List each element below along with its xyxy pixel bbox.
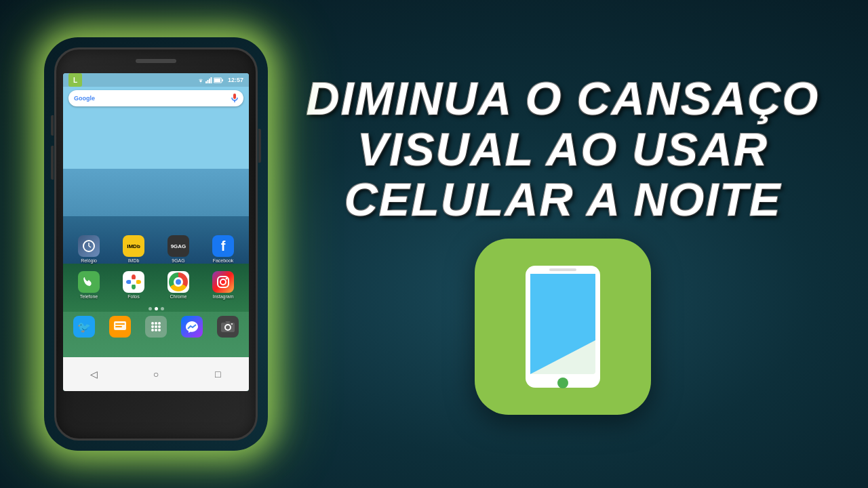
notification-indicator: L [68, 73, 82, 87]
svg-rect-7 [233, 94, 236, 99]
svg-point-32 [158, 329, 161, 331]
app-msg[interactable] [103, 316, 137, 339]
svg-point-14 [136, 280, 141, 284]
svg-point-28 [155, 325, 157, 328]
svg-point-35 [231, 323, 233, 325]
app-camera[interactable] [211, 316, 245, 339]
dot-2 [155, 307, 158, 310]
app-row-3: 🐦 [66, 316, 245, 339]
app-relogio-label: Relógio [81, 258, 97, 263]
app-row-1: Relógio IMDb IMDb 9GAG 9GA [66, 235, 245, 263]
headline-line2: VISUAL AO USAR [307, 124, 820, 175]
svg-point-24 [151, 322, 154, 325]
app-imdb[interactable]: IMDb IMDb [117, 235, 151, 263]
instagram-icon [216, 275, 230, 289]
phone-section: L [27, 14, 285, 474]
app-fotos-label: Fotos [127, 294, 140, 299]
svg-rect-1 [207, 80, 208, 83]
volume-down-button [51, 146, 54, 180]
google-logo: Google [74, 95, 231, 102]
recents-button[interactable]: □ [211, 367, 224, 381]
svg-point-13 [132, 274, 136, 280]
svg-point-39 [557, 378, 568, 388]
status-bar: L [63, 73, 249, 87]
speaker [136, 59, 176, 63]
right-section: DIMINUA O CANSAÇO VISUAL AO USAR CELULAR… [285, 60, 841, 428]
svg-point-30 [151, 329, 154, 331]
main-content: L [0, 0, 868, 488]
svg-point-20 [226, 278, 228, 280]
phone-body: L [54, 47, 258, 441]
app-9gag-label: 9GAG [172, 258, 184, 263]
svg-point-16 [126, 280, 132, 284]
volume-up-button [51, 115, 54, 136]
phone-icon [83, 276, 95, 288]
messenger-icon [185, 320, 199, 333]
app-imdb-label: IMDb [128, 258, 140, 263]
wifi-icon [197, 77, 204, 83]
app-row-2: Telefone [66, 271, 245, 299]
dot-3 [161, 307, 164, 310]
app-messenger[interactable] [175, 316, 209, 339]
battery-icon [214, 77, 223, 83]
app-chrome[interactable]: Chrome [161, 271, 195, 299]
headline-line1: DIMINUA O CANSAÇO [307, 73, 820, 124]
headline-line3: CELULAR A NOITE [307, 174, 820, 225]
status-icons: 12:57 [197, 77, 243, 83]
camera-icon [220, 321, 235, 333]
svg-rect-23 [115, 326, 122, 327]
clock-icon [82, 239, 96, 253]
wallpaper: L [63, 73, 249, 391]
svg-rect-2 [209, 79, 210, 83]
svg-point-17 [131, 279, 136, 285]
app-9gag[interactable]: 9GAG 9GAG [161, 235, 195, 263]
svg-rect-40 [549, 268, 576, 271]
svg-line-11 [89, 246, 91, 247]
app-chrome-label: Chrome [170, 294, 187, 299]
svg-point-15 [132, 284, 136, 289]
home-button[interactable]: ○ [149, 367, 163, 381]
back-button[interactable]: ◁ [87, 367, 101, 381]
app-relogio[interactable]: Relógio [72, 235, 106, 263]
svg-rect-21 [114, 321, 126, 330]
svg-rect-6 [214, 79, 220, 82]
app-grid: Relógio IMDb IMDb 9GAG 9GA [63, 232, 249, 350]
svg-point-26 [158, 322, 161, 325]
night-mode-app-icon[interactable] [475, 239, 651, 415]
app-telefone-label: Telefone [80, 294, 98, 299]
app-twitter[interactable]: 🐦 [67, 316, 101, 339]
phone-screen: L [63, 73, 249, 391]
svg-point-27 [151, 325, 154, 328]
page-dots [66, 307, 245, 310]
all-apps-icon [149, 320, 163, 333]
svg-rect-5 [222, 79, 223, 81]
app-instagram[interactable]: Instagram [206, 271, 240, 299]
svg-rect-0 [205, 81, 207, 83]
svg-rect-22 [115, 323, 125, 325]
app-facebook[interactable]: f Facebook [206, 235, 240, 263]
photos-icon [124, 272, 143, 291]
app-all-apps[interactable] [139, 316, 173, 339]
signal-icon [205, 77, 212, 83]
svg-point-29 [158, 325, 161, 328]
app-fotos[interactable]: Fotos [117, 271, 151, 299]
dot-1 [149, 307, 152, 310]
night-app-illustration [509, 259, 617, 394]
svg-rect-3 [210, 77, 212, 83]
svg-point-19 [220, 279, 226, 285]
headline: DIMINUA O CANSAÇO VISUAL AO USAR CELULAR… [307, 73, 820, 225]
app-instagram-label: Instagram [212, 294, 233, 299]
google-search-bar[interactable]: Google [68, 90, 243, 106]
microphone-icon [231, 94, 238, 103]
svg-point-31 [155, 329, 157, 331]
status-time: 12:57 [228, 77, 243, 83]
phone-mockup: L [54, 47, 258, 441]
navigation-bar: ◁ ○ □ [63, 357, 249, 391]
app-telefone[interactable]: Telefone [72, 271, 106, 299]
app-facebook-label: Facebook [213, 258, 234, 263]
power-button [258, 129, 261, 163]
messages-icon [113, 321, 127, 333]
svg-point-25 [155, 322, 157, 325]
